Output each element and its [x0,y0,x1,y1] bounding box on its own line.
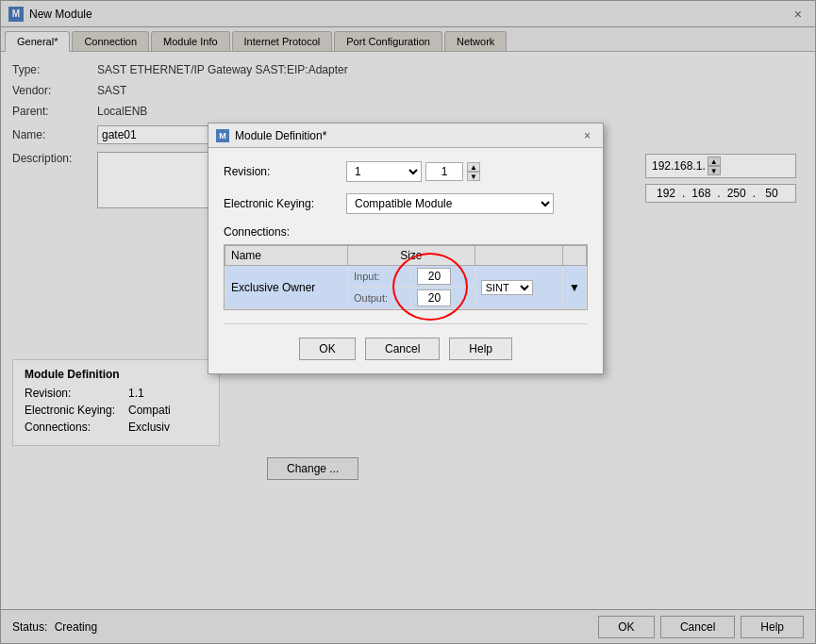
modal-connections-label: Connections: [224,225,588,239]
modal-ok-button[interactable]: OK [299,338,356,360]
col-dropdown-header [563,246,587,266]
type-cell: SINT INT DINT [475,266,562,309]
modal-ek-select[interactable]: Compatible Module Exact Match Disable Ke… [346,193,554,214]
connections-table-wrapper: Name Size Exclusive Owner [224,244,588,310]
input-size-cell[interactable] [411,266,475,288]
modal-revision-label: Revision: [224,165,346,178]
row-dropdown-cell[interactable]: ▼ [563,266,587,309]
modal-revision-spinner-down[interactable]: ▼ [467,172,480,181]
modal-title-bar: M Module Definition* × [208,124,603,148]
modal-title: Module Definition* [235,129,579,142]
modal-divider [224,323,588,324]
modal-ek-label: Electronic Keying: [224,197,346,210]
input-label-cell: Input: [348,266,411,288]
modal-close-button[interactable]: × [579,128,595,143]
modal-help-button[interactable]: Help [449,338,512,360]
output-label-cell: Output: [348,288,411,309]
modal-revision-spinner-input[interactable] [425,162,463,181]
modal-ek-row: Electronic Keying: Compatible Module Exa… [224,193,588,214]
modal-revision-dropdown[interactable]: 1 2 3 [346,161,422,182]
modal-footer: OK Cancel Help [208,328,603,373]
modal-revision-group: 1 2 3 ▲ ▼ [346,161,480,182]
table-row[interactable]: Exclusive Owner Input: SINT INT [225,266,587,288]
input-size-input[interactable] [417,268,451,285]
modal-revision-row: Revision: 1 2 3 ▲ ▼ [224,161,588,182]
modal-icon: M [216,129,229,142]
connections-table: Name Size Exclusive Owner [225,245,587,309]
exclusive-owner-cell: Exclusive Owner [225,266,348,309]
modal-revision-spinner-up[interactable]: ▲ [467,162,480,172]
output-size-cell[interactable] [411,288,475,309]
type-select[interactable]: SINT INT DINT [481,280,533,295]
modal-cancel-button[interactable]: Cancel [365,338,440,360]
output-size-input[interactable] [417,289,451,306]
connections-table-header: Name Size [225,246,587,266]
col-name-header: Name [225,246,348,266]
modal-revision-spinner: ▲ ▼ [467,162,480,181]
module-definition-modal: M Module Definition* × Revision: 1 2 3 ▲… [208,123,604,374]
modal-body: Revision: 1 2 3 ▲ ▼ Electronic Keying: C… [208,148,603,323]
col-type-header [475,246,562,266]
col-size-header: Size [348,246,475,266]
